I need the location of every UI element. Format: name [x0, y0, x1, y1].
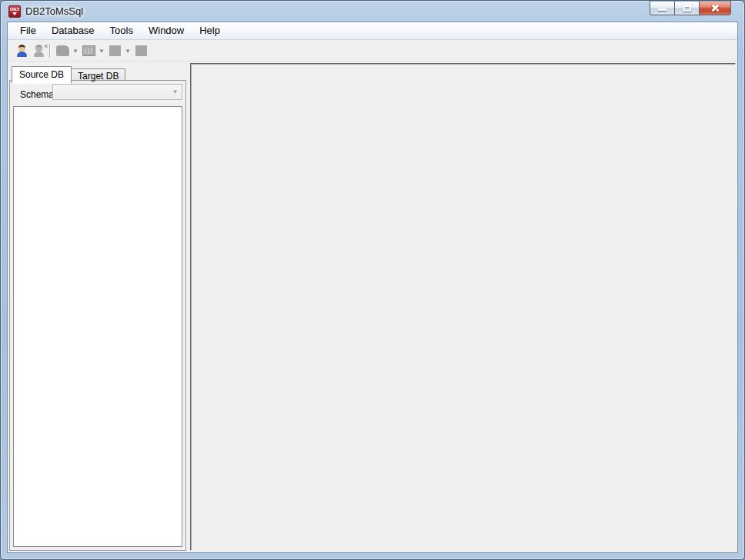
app-icon: DB2 [8, 5, 21, 18]
schema-combobox[interactable]: ▼ [52, 84, 182, 100]
toolbar: x ▼ ▼ ▼ [8, 40, 737, 62]
query-window-dropdown[interactable]: ▼ [97, 46, 106, 55]
close-button[interactable] [699, 1, 731, 15]
schema-object-list[interactable] [13, 106, 182, 547]
export-dropdown[interactable]: ▼ [123, 46, 132, 55]
connect-icon [16, 45, 28, 57]
chevron-down-icon: ▼ [169, 88, 182, 95]
maximize-icon [683, 5, 691, 12]
connect-button[interactable] [14, 42, 31, 59]
run-button[interactable] [132, 42, 149, 59]
titlebar[interactable]: DB2 DB2ToMsSql [1, 1, 744, 22]
close-icon [710, 3, 720, 13]
convert-table-dropdown[interactable]: ▼ [71, 46, 80, 55]
maximize-button[interactable] [674, 1, 700, 15]
minimize-icon [658, 8, 666, 11]
menu-tools[interactable]: Tools [102, 22, 141, 39]
db-panel: Source DB Target DB Schema ▼ [9, 63, 186, 551]
query-window-button[interactable] [80, 42, 97, 59]
query-window-icon [82, 45, 95, 56]
export-button[interactable] [106, 42, 123, 59]
menu-bar: File Database Tools Window Help [8, 22, 737, 40]
export-icon [109, 45, 121, 56]
client-area: File Database Tools Window Help x [7, 22, 738, 553]
convert-table-icon [56, 45, 69, 56]
mdi-workspace [190, 63, 736, 551]
run-icon [135, 45, 147, 56]
menu-database[interactable]: Database [44, 22, 102, 39]
disconnect-icon: x [33, 45, 45, 57]
tab-source-db[interactable]: Source DB [12, 66, 72, 84]
schema-label: Schema [20, 89, 54, 100]
tab-target-db[interactable]: Target DB [72, 68, 125, 80]
convert-table-button[interactable] [54, 42, 71, 59]
window-controls [650, 1, 731, 15]
minimize-button[interactable] [650, 1, 675, 15]
app-icon-down-arrow [12, 12, 17, 15]
content-area: Source DB Target DB Schema ▼ [8, 62, 737, 552]
app-icon-label: DB2 [10, 7, 19, 12]
disconnect-button[interactable]: x [31, 42, 48, 59]
source-db-tab-page: Schema ▼ [9, 80, 186, 551]
db-tab-strip: Source DB Target DB [12, 66, 125, 84]
menu-window[interactable]: Window [141, 22, 192, 39]
menu-file[interactable]: File [12, 22, 44, 39]
window-title: DB2ToMsSql [25, 5, 83, 17]
toolbar-separator [49, 44, 51, 58]
app-window: DB2 DB2ToMsSql File Database Tools Windo… [0, 0, 745, 560]
menu-help[interactable]: Help [192, 22, 228, 39]
